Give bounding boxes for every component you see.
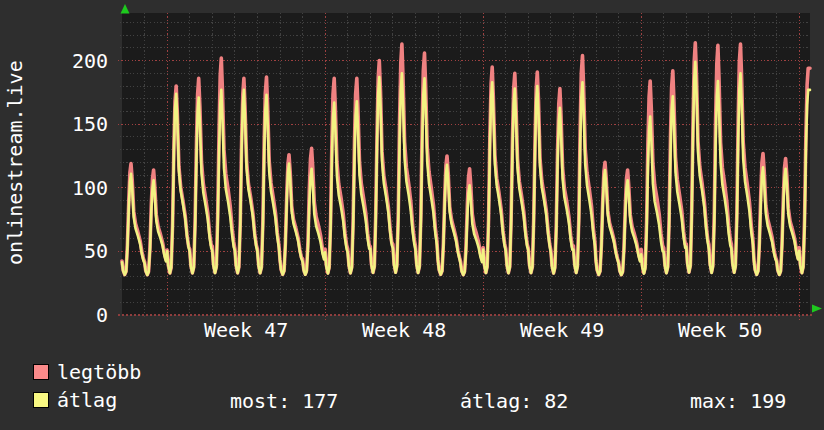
legend-item-legtobb: legtöbb (33, 362, 141, 382)
week-label: Week 47 (204, 320, 288, 340)
y-tick-label: 100 (56, 178, 108, 198)
y-axis-arrow-icon (121, 4, 130, 14)
legend-item-atlag: átlag (33, 390, 117, 410)
stat-atlag: átlag: 82 (460, 391, 568, 411)
legend-swatch-red (33, 364, 49, 380)
legend-swatch-yellow (33, 392, 49, 408)
site-title-vertical: onlinestream.live (3, 50, 27, 265)
week-label: Week 50 (678, 320, 762, 340)
y-tick-label: 50 (56, 241, 108, 261)
y-tick-label: 0 (56, 305, 108, 325)
stat-most: most: 177 (230, 391, 338, 411)
legend-label-atlag: átlag (57, 390, 117, 410)
week-label: Week 49 (520, 320, 604, 340)
stat-max: max: 199 (690, 391, 786, 411)
legend-label-legtobb: legtöbb (57, 362, 141, 382)
y-tick-label: 200 (56, 51, 108, 71)
week-label: Week 48 (362, 320, 446, 340)
x-axis-arrow-icon (812, 305, 822, 313)
y-tick-label: 150 (56, 114, 108, 134)
mrtg-weekly-graph: onlinestream.live 200150100500 Week 47We… (0, 0, 824, 430)
